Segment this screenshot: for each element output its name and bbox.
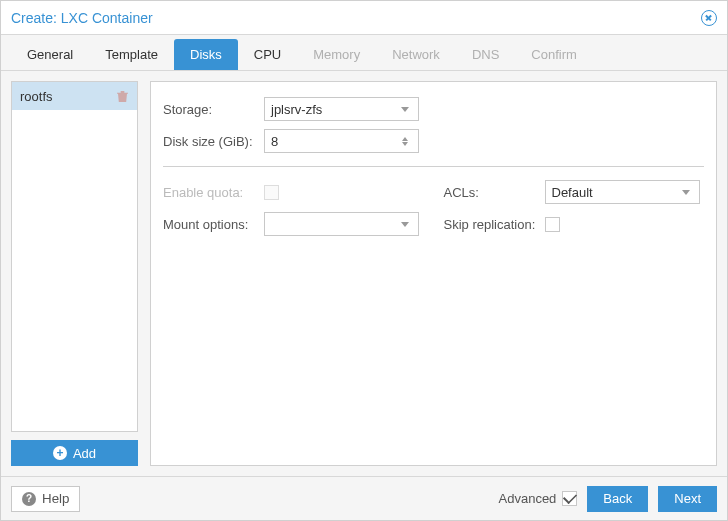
chevron-down-icon: [398, 107, 412, 112]
body: rootfs + Add Storage: jplsrv-z: [1, 71, 727, 476]
help-icon: ?: [22, 492, 36, 506]
disksize-label: Disk size (GiB):: [163, 134, 258, 149]
acls-value: Default: [552, 185, 679, 200]
tab-disks[interactable]: Disks: [174, 39, 238, 70]
tab-cpu[interactable]: CPU: [238, 39, 297, 70]
tab-confirm: Confirm: [515, 39, 593, 70]
advanced-checkbox[interactable]: [562, 491, 577, 506]
advanced-toggle[interactable]: Advanced: [499, 491, 578, 506]
disk-list: rootfs: [11, 81, 138, 432]
disk-item-rootfs[interactable]: rootfs: [12, 82, 137, 110]
tab-memory: Memory: [297, 39, 376, 70]
help-button[interactable]: ? Help: [11, 486, 80, 512]
tabbar: General Template Disks CPU Memory Networ…: [1, 35, 727, 71]
disk-sidebar: rootfs + Add: [11, 81, 138, 466]
acls-label: ACLs:: [444, 185, 539, 200]
mountoptions-select[interactable]: [264, 212, 419, 236]
tab-general[interactable]: General: [11, 39, 89, 70]
acls-select[interactable]: Default: [545, 180, 700, 204]
advanced-label: Advanced: [499, 491, 557, 506]
storage-select[interactable]: jplsrv-zfs: [264, 97, 419, 121]
disk-form: Storage: jplsrv-zfs Disk size (GiB): 8: [150, 81, 717, 466]
trash-icon[interactable]: [117, 90, 129, 103]
row-disksize: Disk size (GiB): 8: [163, 126, 704, 156]
skipreplication-checkbox[interactable]: [545, 217, 560, 232]
mountoptions-label: Mount options:: [163, 217, 258, 232]
disk-item-label: rootfs: [20, 89, 53, 104]
next-button[interactable]: Next: [658, 486, 717, 512]
enablequota-label: Enable quota:: [163, 185, 258, 200]
row-storage: Storage: jplsrv-zfs: [163, 94, 704, 124]
plus-icon: +: [53, 446, 67, 460]
tab-template[interactable]: Template: [89, 39, 174, 70]
add-label: Add: [73, 446, 96, 461]
tab-network: Network: [376, 39, 456, 70]
storage-value: jplsrv-zfs: [271, 102, 398, 117]
footer: ? Help Advanced Back Next: [1, 476, 727, 520]
close-icon[interactable]: [701, 10, 717, 26]
divider: [163, 166, 704, 167]
chevron-down-icon: [398, 222, 412, 227]
chevron-down-icon: [679, 190, 693, 195]
add-disk-button[interactable]: + Add: [11, 440, 138, 466]
back-button[interactable]: Back: [587, 486, 648, 512]
row-quota-acls: Enable quota: ACLs: Default: [163, 177, 704, 207]
titlebar: Create: LXC Container: [1, 1, 727, 35]
window-title: Create: LXC Container: [11, 10, 701, 26]
disksize-input[interactable]: 8: [264, 129, 419, 153]
tab-dns: DNS: [456, 39, 515, 70]
disksize-value: 8: [271, 134, 398, 149]
storage-label: Storage:: [163, 102, 258, 117]
enablequota-checkbox: [264, 185, 279, 200]
dialog-window: Create: LXC Container General Template D…: [0, 0, 728, 521]
spinner-icon[interactable]: [398, 137, 412, 146]
skipreplication-label: Skip replication:: [444, 217, 539, 232]
row-mount-skip: Mount options: Skip replication:: [163, 209, 704, 239]
help-label: Help: [42, 491, 69, 506]
